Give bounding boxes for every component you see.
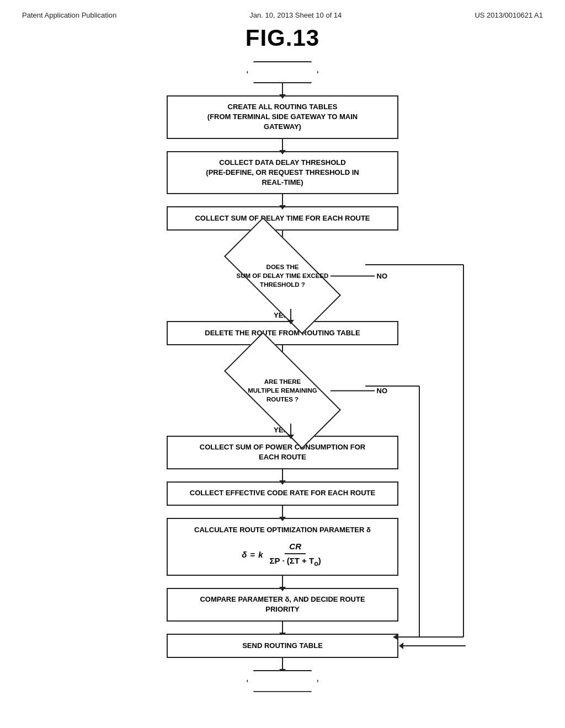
send-routing-row: SEND ROUTING TABLE [167,634,398,658]
arrow-7 [290,424,291,436]
delete-route-box: DELETE THE ROUTE FROM ROUTING TABLE [167,321,398,345]
header-left: Patent Application Publication [22,11,116,19]
arrow-9 [282,506,283,518]
arrow-11 [282,622,283,634]
page: Patent Application Publication Jan. 10, … [0,0,565,728]
arrow-10 [282,576,283,588]
arrow-2 [282,139,283,151]
formula-box: CALCULATE ROUTE OPTIMIZATION PARAMETER δ… [167,518,398,576]
page-header: Patent Application Publication Jan. 10, … [22,11,543,19]
compare-param-box: COMPARE PARAMETER δ, AND DECIDE ROUTE PR… [167,588,398,621]
delay-no-label: NO [331,272,388,280]
multiple-no-label: NO [331,387,388,395]
header-middle: Jan. 10, 2013 Sheet 10 of 14 [249,11,342,19]
arrow-8 [282,469,283,481]
collect-power-box: COLLECT SUM OF POWER CONSUMPTION FOR EAC… [167,436,398,469]
arrow-3 [282,194,283,206]
arrow-12 [282,658,283,670]
create-routing-box: CREATE ALL ROUTING TABLES (FROM TERMINAL… [167,95,398,139]
no-branch-arrow-in [399,645,466,646]
collect-sum-delay-box: COLLECT SUM OF DELAY TIME FOR EACH ROUTE [167,206,398,231]
arrow-1 [282,83,283,95]
delay-threshold-diamond: DOES THESUM OF DELAY TIME EXCEEDTHRESHOL… [222,245,343,306]
multiple-routes-diamond: ARE THEREMULTIPLE REMAININGROUTES ? [222,360,343,421]
start-terminal [247,61,318,83]
collect-data-delay-box: COLLECT DATA DELAY THRESHOLD (PRE-DEFINE… [167,151,398,195]
fig-title: FIG.13 [22,25,543,51]
header-right: US 2013/0010621 A1 [475,11,543,19]
flowchart: CREATE ALL ROUTING TABLES (FROM TERMINAL… [89,61,476,692]
send-routing-box: SEND ROUTING TABLE [167,634,398,658]
formula-expression: δ = k CR ΣP · (ΣT + To) [242,540,323,569]
formula-label: CALCULATE ROUTE OPTIMIZATION PARAMETER δ [194,524,371,536]
end-terminal [247,670,318,692]
arrow-5 [290,309,291,321]
collect-code-rate-box: COLLECT EFFECTIVE CODE RATE FOR EACH ROU… [167,481,398,506]
